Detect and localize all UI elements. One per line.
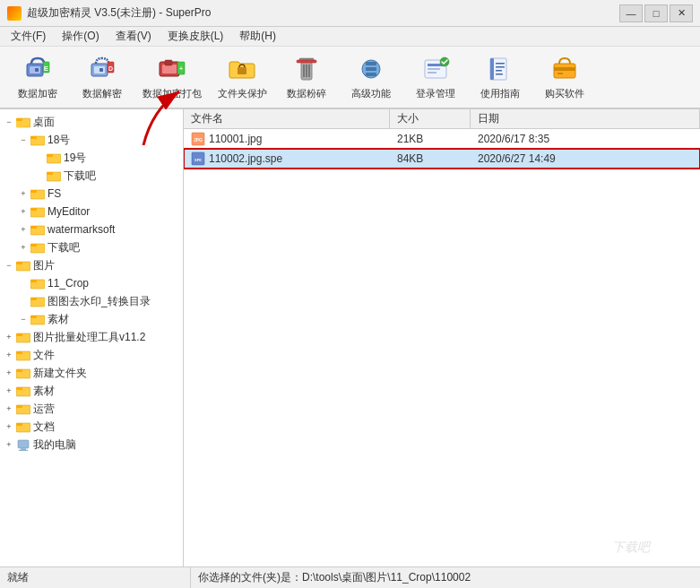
col-header-date[interactable]: 日期 — [471, 109, 700, 128]
tree-node-newfolder[interactable]: 新建文件夹 — [0, 364, 183, 382]
expander-operations — [2, 402, 16, 416]
svg-rect-57 — [16, 262, 22, 264]
maximize-button[interactable]: □ — [644, 4, 668, 22]
svg-rect-76 — [18, 440, 29, 448]
encrypt-pack-icon: + — [158, 55, 186, 83]
svg-rect-78 — [19, 450, 28, 451]
svg-rect-15 — [238, 67, 246, 74]
menu-file[interactable]: 文件(F) — [4, 28, 53, 46]
file-cell-name-1: JPG 110001.jpg — [184, 130, 390, 148]
tree-label-operations: 运营 — [33, 402, 55, 417]
svg-rect-33 — [496, 66, 505, 68]
menu-skin[interactable]: 更换皮肤(L) — [160, 28, 231, 46]
svg-rect-22 — [366, 62, 376, 65]
expander-19 — [32, 151, 47, 165]
manual-label: 使用指南 — [480, 87, 520, 100]
decrypt-data-label: 数据解密 — [82, 87, 122, 100]
status-bar: 就绪 你选择的文件(夹)是：D:\tools\桌面\图片\11_Crop\110… — [0, 566, 700, 588]
expander-myeditor — [16, 204, 30, 219]
svg-text:JPG: JPG — [194, 137, 203, 143]
tree-node-pictures[interactable]: 图片 — [0, 256, 183, 274]
toolbar-encrypt-data[interactable]: E 数据加密 — [7, 50, 68, 104]
menu-operate[interactable]: 操作(O) — [55, 28, 106, 46]
toolbar-manual[interactable]: 使用指南 — [470, 50, 531, 104]
file-cell-date-2: 2020/6/27 14:49 — [471, 151, 700, 167]
svg-rect-77 — [21, 448, 26, 450]
tree-node-watermarksoft[interactable]: watermarksoft — [0, 220, 183, 238]
tree-node-documents[interactable]: 文档 — [0, 418, 183, 436]
expander-11crop — [16, 276, 30, 290]
expander-watermarksoft — [16, 222, 30, 237]
tree-node-operations[interactable]: 运营 — [0, 400, 183, 418]
tree-node-watermark[interactable]: 图图去水印_转换目录 — [0, 292, 183, 310]
file-row-1[interactable]: JPG 110001.jpg 21KB 2020/6/17 8:35 — [184, 129, 700, 149]
folder-icon-18 — [30, 134, 45, 146]
file-list-panel: 文件名 大小 日期 JPG 110001.jpg 21KB 2020/6/17 … — [184, 109, 700, 566]
file-name-1: 110001.jpg — [209, 133, 262, 145]
tree-node-downloads[interactable]: 下载吧 — [0, 167, 183, 185]
close-button[interactable]: ✕ — [670, 4, 693, 22]
svg-rect-7 — [99, 68, 103, 72]
menu-help[interactable]: 帮助(H) — [232, 28, 283, 46]
toolbar-folder-protect[interactable]: 文件夹保护 — [212, 50, 272, 104]
tree-node-material2[interactable]: 素材 — [0, 382, 183, 400]
toolbar-decrypt-data[interactable]: D 数据解密 — [72, 50, 133, 104]
toolbar-encrypt-pack[interactable]: + 数据加密打包 — [136, 50, 208, 104]
svg-rect-23 — [366, 67, 376, 71]
col-header-size[interactable]: 大小 — [390, 109, 471, 128]
tree-node-files[interactable]: 文件 — [0, 346, 183, 364]
tree-node-batch[interactable]: 图片批量处理工具v11.2 — [0, 328, 183, 346]
folder-protect-icon — [228, 55, 256, 83]
tree-node-downloads2[interactable]: 下载吧 — [0, 238, 183, 256]
folder-icon-desktop — [16, 116, 30, 128]
tree-label-material2: 素材 — [33, 384, 55, 399]
toolbar-buy[interactable]: 购买软件 — [534, 50, 595, 104]
tree-node-mypc[interactable]: 我的电脑 — [0, 436, 183, 454]
folder-icon-downloads — [47, 169, 61, 182]
title-bar: 超级加密精灵 V3.5(未注册) - SuperPro — □ ✕ — [0, 0, 700, 27]
tree-node-desktop[interactable]: 桌面 — [0, 113, 183, 131]
app-icon — [7, 6, 22, 21]
svg-rect-40 — [16, 120, 23, 127]
tree-label-newfolder: 新建文件夹 — [33, 366, 87, 381]
expander-18 — [16, 133, 30, 147]
file-row-2[interactable]: SPE 110002.jpg.spe 84KB 2020/6/27 14:49 — [184, 149, 700, 169]
svg-rect-53 — [30, 226, 37, 229]
folder-icon-documents — [16, 420, 30, 433]
tree-label-batch: 图片批量处理工具v11.2 — [33, 330, 145, 345]
tree-node-11crop[interactable]: 11_Crop — [0, 274, 183, 292]
tree-label-downloads: 下载吧 — [64, 169, 96, 184]
tree-node-material[interactable]: 素材 — [0, 310, 183, 328]
folder-icon-newfolder — [16, 367, 30, 379]
status-ready: 就绪 — [7, 570, 29, 585]
tree-label-11crop: 11_Crop — [48, 277, 89, 290]
svg-rect-34 — [496, 70, 502, 72]
svg-rect-61 — [30, 298, 37, 300]
tree-node-18[interactable]: 18号 — [0, 131, 183, 149]
tree-node-myeditor[interactable]: MyEditor — [0, 203, 183, 220]
status-path: 你选择的文件(夹)是：D:\tools\桌面\图片\11_Crop\110002 — [198, 571, 471, 584]
minimize-button[interactable]: — — [619, 4, 643, 22]
expander-documents — [2, 419, 16, 434]
folder-icon-files — [16, 349, 30, 361]
expander-desktop — [2, 115, 16, 129]
menu-bar: 文件(F) 操作(O) 查看(V) 更换皮肤(L) 帮助(H) — [0, 27, 700, 47]
tree-node-19[interactable]: 19号 — [0, 149, 183, 167]
title-bar-left: 超级加密精灵 V3.5(未注册) - SuperPro — [7, 5, 211, 21]
tree-node-fs[interactable]: FS — [0, 185, 183, 203]
status-left: 就绪 — [7, 567, 191, 588]
status-right: 你选择的文件(夹)是：D:\tools\桌面\图片\11_Crop\110002 — [191, 570, 693, 585]
svg-rect-11 — [162, 65, 177, 74]
toolbar-advanced[interactable]: 高级功能 — [341, 50, 402, 104]
svg-rect-49 — [30, 190, 37, 193]
expander-batch — [2, 330, 16, 344]
col-header-name[interactable]: 文件名 — [184, 109, 390, 128]
main-area: 桌面 18号 19号 下载吧 FS MyEdito — [0, 109, 700, 566]
menu-view[interactable]: 查看(V) — [108, 28, 159, 46]
window-title: 超级加密精灵 V3.5(未注册) - SuperPro — [27, 5, 211, 21]
computer-icon — [16, 438, 30, 451]
tree-label-desktop: 桌面 — [33, 115, 55, 130]
toolbar-login-manage[interactable]: 登录管理 — [405, 50, 466, 104]
toolbar-shred[interactable]: 数据粉碎 — [276, 50, 337, 104]
svg-rect-38 — [557, 73, 563, 74]
